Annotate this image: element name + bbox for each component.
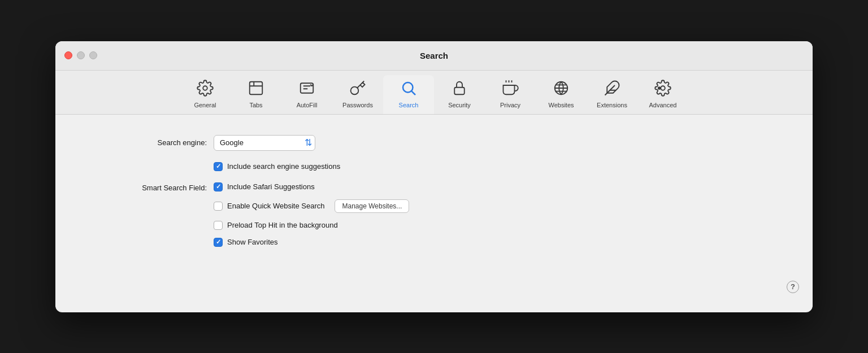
tab-autofill[interactable]: AutoFill xyxy=(281,75,332,114)
tab-search-label: Search xyxy=(399,102,419,108)
manage-websites-button[interactable]: Manage Websites... xyxy=(335,199,409,213)
smart-search-block: Smart Search Field: Include Safari Sugge… xyxy=(89,182,779,247)
svg-point-12 xyxy=(658,87,661,89)
include-suggestions-checkbox[interactable] xyxy=(214,162,223,171)
tab-privacy-label: Privacy xyxy=(500,102,520,108)
include-safari-label: Include Safari Suggestions xyxy=(227,182,315,191)
preload-label: Preload Top Hit in the background xyxy=(227,221,338,229)
include-suggestions-label: Include search engine suggestions xyxy=(227,162,340,171)
include-safari-row: Include Safari Suggestions xyxy=(214,182,409,191)
tab-general[interactable]: General xyxy=(180,75,231,114)
minimize-button[interactable] xyxy=(77,51,85,59)
smart-search-checkboxes: Include Safari Suggestions Enable Quick … xyxy=(214,182,409,247)
smart-search-label: Smart Search Field: xyxy=(89,182,214,192)
search-engine-label: Search engine: xyxy=(89,138,214,147)
enable-quick-checkbox[interactable] xyxy=(214,202,223,211)
tab-general-label: General xyxy=(194,102,216,108)
preload-row: Preload Top Hit in the background xyxy=(214,221,409,230)
search-engine-select[interactable]: Google Bing DuckDuckGo Yahoo Ecosia xyxy=(214,135,315,151)
tab-security[interactable]: Security xyxy=(434,75,485,114)
tab-autofill-label: AutoFill xyxy=(297,102,318,108)
tab-security-label: Security xyxy=(448,102,471,108)
security-icon xyxy=(451,80,468,99)
tab-tabs[interactable]: Tabs xyxy=(231,75,281,114)
general-icon xyxy=(197,80,214,99)
tab-extensions[interactable]: Extensions xyxy=(587,75,637,114)
tab-extensions-label: Extensions xyxy=(597,102,627,108)
tab-advanced-label: Advanced xyxy=(649,102,677,108)
preferences-window: Search General Tabs xyxy=(55,41,813,312)
tab-websites-label: Websites xyxy=(548,102,574,108)
include-suggestions-row: Include search engine suggestions xyxy=(214,162,779,171)
passwords-icon xyxy=(349,80,366,99)
enable-quick-row: Enable Quick Website Search Manage Websi… xyxy=(214,199,409,213)
close-button[interactable] xyxy=(64,51,72,59)
traffic-lights xyxy=(64,51,97,59)
advanced-icon xyxy=(654,80,671,99)
enable-quick-label: Enable Quick Website Search xyxy=(227,202,324,210)
autofill-icon xyxy=(298,80,315,99)
titlebar: Search xyxy=(55,41,813,71)
svg-rect-4 xyxy=(454,87,465,94)
tab-passwords[interactable]: Passwords xyxy=(332,75,383,114)
tab-websites[interactable]: Websites xyxy=(536,75,587,114)
show-favorites-row: Show Favorites xyxy=(214,238,409,247)
privacy-icon xyxy=(502,80,519,99)
content-area: Search engine: Google Bing DuckDuckGo Ya… xyxy=(55,115,813,307)
tab-privacy[interactable]: Privacy xyxy=(485,75,536,114)
search-engine-select-wrapper: Google Bing DuckDuckGo Yahoo Ecosia ⇅ xyxy=(214,135,315,151)
include-safari-checkbox[interactable] xyxy=(214,182,223,191)
search-icon xyxy=(400,80,417,99)
maximize-button[interactable] xyxy=(89,51,97,59)
preload-checkbox[interactable] xyxy=(214,221,223,230)
help-button[interactable]: ? xyxy=(787,281,799,293)
tab-passwords-label: Passwords xyxy=(342,102,373,108)
svg-rect-2 xyxy=(301,83,314,93)
tabs-icon xyxy=(248,80,264,99)
tab-tabs-label: Tabs xyxy=(249,102,262,108)
window-title: Search xyxy=(420,51,448,60)
tab-advanced[interactable]: Advanced xyxy=(637,75,688,114)
svg-rect-1 xyxy=(250,81,263,94)
show-favorites-label: Show Favorites xyxy=(227,238,278,246)
svg-point-0 xyxy=(203,86,207,90)
toolbar: General Tabs AutoFill xyxy=(55,71,813,115)
search-engine-row: Search engine: Google Bing DuckDuckGo Ya… xyxy=(89,135,779,151)
svg-point-3 xyxy=(403,82,413,93)
tab-search[interactable]: Search xyxy=(383,75,434,114)
extensions-icon xyxy=(604,80,620,99)
websites-icon xyxy=(553,80,570,99)
show-favorites-checkbox[interactable] xyxy=(214,238,223,247)
svg-point-11 xyxy=(661,86,665,90)
